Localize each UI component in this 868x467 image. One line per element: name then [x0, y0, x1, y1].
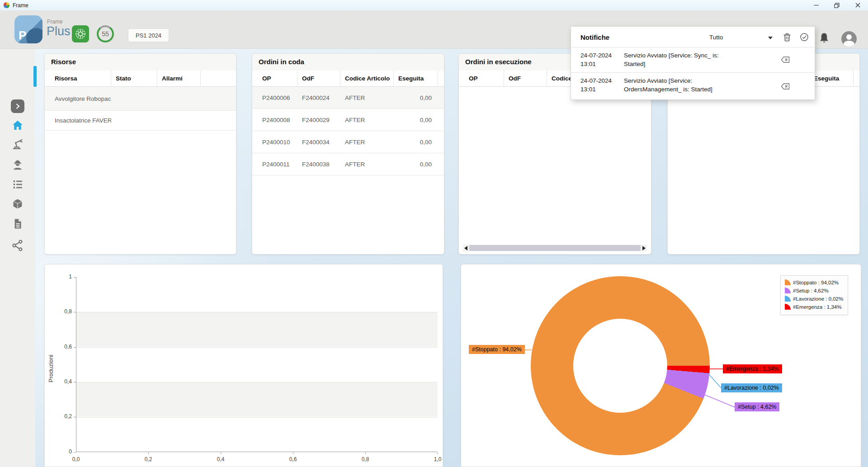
frame-plus-logo: P [14, 15, 42, 43]
notification-timestamp: 24-07-2024 13:01 [580, 76, 622, 94]
machine-count-badge[interactable]: 55 [97, 25, 114, 42]
chevron-down-icon[interactable] [768, 37, 773, 39]
cell-odf: F2400038 [297, 161, 340, 168]
x-tick: 0,4 [217, 456, 225, 462]
col-allarmi: Allarmi [157, 71, 201, 86]
cell-codice: AFTER [340, 139, 394, 146]
table-row[interactable]: P2400008 F2400029 AFTER 0,00 [252, 109, 444, 131]
machine-count-value: 55 [102, 30, 109, 38]
legend-label: #Emergenza : 1,34% [793, 304, 841, 310]
col-risorsa: Risorsa [50, 71, 111, 86]
scroll-left-arrow[interactable] [464, 246, 467, 250]
status-donut-chart-panel: #Stoppato : 94,02% #Emergenza : 1,34% #L… [461, 264, 861, 467]
sidebar-item-resources[interactable] [11, 138, 24, 152]
clear-icon [780, 82, 791, 91]
cell-odf: F2400034 [297, 139, 340, 146]
sidebar-item-integrations[interactable] [11, 239, 24, 254]
mark-all-read-button[interactable] [800, 32, 809, 44]
col-op: OP [258, 71, 297, 86]
cell-codice: AFTER [340, 161, 394, 168]
panel-risorse-title: Risorse [45, 54, 236, 71]
y-tick: 0,8 [48, 308, 72, 315]
table-row[interactable]: P2400006 F2400024 AFTER 0,00 [252, 87, 444, 109]
y-tick: 0,4 [48, 378, 72, 385]
col-eseguita: Eseguita [809, 71, 854, 86]
dismiss-notification-button[interactable] [780, 55, 791, 66]
legend-label: #Lavorazione : 0,02% [793, 296, 843, 302]
check-circle-icon [800, 32, 809, 42]
cell-eseguita: 0,00 [394, 94, 438, 101]
sidebar-item-orders[interactable] [11, 178, 24, 193]
notifications-filter-dropdown[interactable]: Tutto [709, 34, 723, 41]
notifications-title: Notifiche [580, 33, 609, 41]
cell-risorsa: Avvolgitore Robopack [50, 95, 111, 102]
table-row[interactable]: P2400010 F2400034 AFTER 0,00 [252, 131, 444, 153]
callout-lavorazione: #Lavorazione : 0,02% [721, 383, 782, 392]
sidebar-item-documents[interactable] [11, 217, 24, 232]
y-tick: 0,2 [48, 413, 72, 420]
x-tick: 0,2 [145, 456, 152, 462]
notifications-button[interactable] [818, 32, 830, 47]
legend-label: #Setup : 4,62% [793, 288, 829, 293]
table-row[interactable]: Avvolgitore Robopack [45, 87, 236, 111]
legend-item: #Setup : 4,62% [785, 288, 844, 293]
fan-icon [75, 28, 86, 40]
cell-codice: AFTER [340, 117, 394, 123]
callout-emergenza: #Emergenza : 1,34% [723, 364, 782, 373]
cell-odf: F2400024 [297, 94, 340, 101]
table-row[interactable]: P2400011 F2400038 AFTER 0,00 [252, 153, 444, 175]
donut-hole [573, 319, 667, 413]
sidebar-item-operators[interactable] [11, 159, 24, 173]
x-tick: 0,0 [72, 456, 80, 462]
dismiss-notification-button[interactable] [780, 82, 791, 93]
col-stub [438, 71, 444, 86]
chevron-right-icon [14, 103, 21, 109]
cell-op: P2400011 [258, 161, 297, 168]
col-eseguita: Eseguita [394, 71, 438, 86]
notification-item[interactable]: 24-07-2024 13:01 Servizio Avviato [Servi… [571, 72, 815, 100]
legend-item: #Emergenza : 1,34% [785, 304, 844, 310]
clear-icon [780, 55, 791, 64]
share-icon [11, 239, 24, 252]
robot-arm-icon [11, 138, 24, 151]
table-row[interactable]: Insactolatrice FAVER [45, 111, 236, 131]
produzioni-chart-panel: Produzioni 1 0,8 0,6 0,4 0,2 0 0,0 0,2 0… [44, 264, 443, 467]
cell-eseguita: 0,00 [394, 139, 438, 146]
machine-status-button[interactable] [72, 25, 89, 42]
scroll-right-arrow[interactable] [642, 246, 646, 250]
legend-marker-stoppato [785, 279, 791, 285]
brand-name-bottom: Plus [47, 24, 71, 38]
document-icon [11, 217, 24, 230]
close-icon [855, 3, 860, 8]
legend-marker-lavorazione [785, 296, 791, 302]
cell-op: P2400008 [258, 117, 297, 123]
close-button[interactable] [847, 0, 868, 10]
ordini-coda-header-row: OP OdF Codice Articolo Eseguita [252, 71, 444, 87]
cell-risorsa: Insactolatrice FAVER [50, 117, 111, 124]
delete-all-button[interactable] [783, 32, 792, 44]
sidebar-expand-button[interactable] [11, 99, 24, 113]
y-tick: 0,6 [48, 344, 72, 350]
sidebar-item-materials[interactable] [11, 198, 24, 212]
cell-op: P2400010 [258, 139, 297, 146]
scroll-thumb[interactable] [469, 245, 641, 251]
cell-odf: F2400029 [297, 117, 340, 123]
y-tick: 0 [48, 448, 72, 455]
col-odf: OdF [504, 71, 547, 86]
col-stato: Stato [111, 71, 157, 86]
list-icon [11, 178, 24, 191]
notification-timestamp: 24-07-2024 13:01 [580, 51, 622, 68]
maximize-button[interactable] [826, 0, 847, 10]
minimize-button[interactable] [806, 0, 826, 10]
notification-item[interactable]: 24-07-2024 13:01 Servizio Avviato [Servi… [571, 47, 815, 72]
brand-name-top: Frame [47, 19, 63, 25]
plant-selector-button[interactable]: PS1 2024 [128, 28, 169, 42]
user-avatar[interactable] [841, 31, 857, 47]
restore-icon [834, 3, 840, 8]
bell-icon [818, 32, 830, 46]
cube-icon [11, 198, 24, 210]
legend-marker-emergenza [785, 304, 791, 310]
sidebar-item-home[interactable] [11, 119, 24, 133]
legend-marker-setup [785, 288, 791, 293]
operator-icon [11, 159, 24, 171]
